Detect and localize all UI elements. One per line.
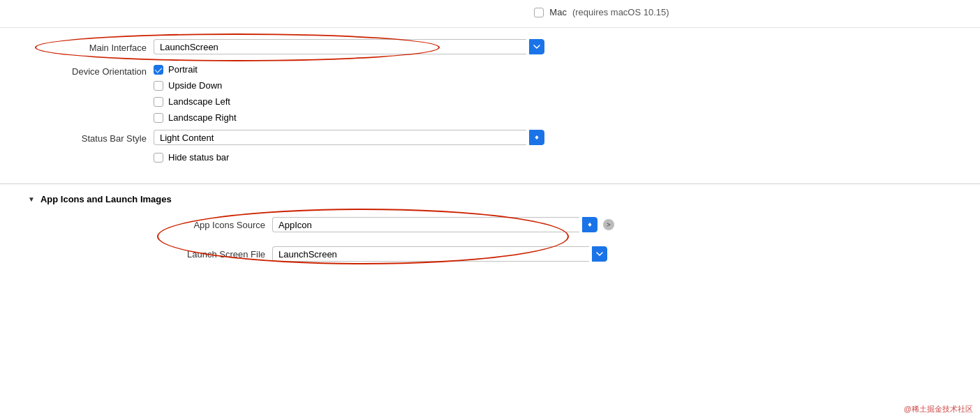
status-bar-style-arrows-btn[interactable] — [529, 130, 544, 145]
mac-label: Mac — [549, 7, 567, 17]
launch-screen-file-input[interactable] — [272, 246, 589, 262]
hide-status-bar-label: Hide status bar — [168, 152, 229, 163]
arrow-right-icon — [606, 222, 611, 227]
app-icons-source-input[interactable] — [272, 217, 579, 232]
device-orientation-label: Device Orientation — [28, 64, 154, 77]
launch-screen-file-label: Launch Screen File — [154, 249, 272, 260]
hide-status-bar-row: Hide status bar — [154, 152, 229, 163]
portrait-label: Portrait — [168, 64, 198, 75]
up-down-arrows-icon — [533, 134, 540, 141]
app-icons-source-arrows-btn[interactable] — [582, 217, 597, 232]
mac-requires-text: (requires macOS 10.15) — [572, 7, 669, 17]
landscape-right-checkbox[interactable] — [154, 113, 163, 123]
spacer-label — [28, 217, 154, 219]
main-interface-dropdown-btn[interactable] — [529, 39, 544, 54]
status-bar-style-label: Status Bar Style — [28, 131, 154, 144]
landscape-left-checkbox[interactable] — [154, 97, 163, 107]
app-icons-section-header: ▼ App Icons and Launch Images — [0, 194, 980, 204]
app-icons-source-label: App Icons Source — [154, 220, 272, 230]
landscape-left-label: Landscape Left — [168, 96, 230, 107]
main-interface-input[interactable] — [154, 39, 526, 54]
device-orientation-group: Portrait Upside Down Landscape Left Land… — [154, 64, 237, 123]
launch-screen-file-dropdown-btn[interactable] — [592, 246, 607, 262]
main-interface-label: Main Interface — [28, 40, 154, 53]
status-bar-style-select-wrapper — [154, 130, 544, 145]
launch-screen-file-select-wrapper — [272, 246, 607, 262]
watermark: @稀土掘金技术社区 — [904, 404, 973, 414]
mac-checkbox[interactable] — [534, 8, 544, 17]
section-triangle-icon[interactable]: ▼ — [28, 195, 35, 203]
hide-status-bar-spacer — [28, 156, 154, 158]
hide-status-bar-checkbox[interactable] — [154, 153, 163, 163]
status-bar-style-input[interactable] — [154, 130, 526, 145]
portrait-checkbox[interactable] — [154, 65, 163, 75]
app-icons-source-select-wrapper — [272, 217, 597, 232]
chevron-down-icon — [533, 45, 540, 49]
app-icons-arrow-btn[interactable] — [603, 219, 614, 230]
app-icons-bottom-wrapper: App Icons Source — [154, 217, 614, 262]
upside-down-checkbox[interactable] — [154, 81, 163, 91]
app-icons-section-title: App Icons and Launch Images — [40, 194, 172, 204]
main-interface-select-wrapper — [154, 39, 544, 54]
upside-down-label: Upside Down — [168, 80, 222, 91]
chevron-down-icon-2 — [596, 252, 603, 256]
landscape-right-label: Landscape Right — [168, 112, 237, 123]
up-down-arrows-icon-2 — [586, 221, 593, 228]
